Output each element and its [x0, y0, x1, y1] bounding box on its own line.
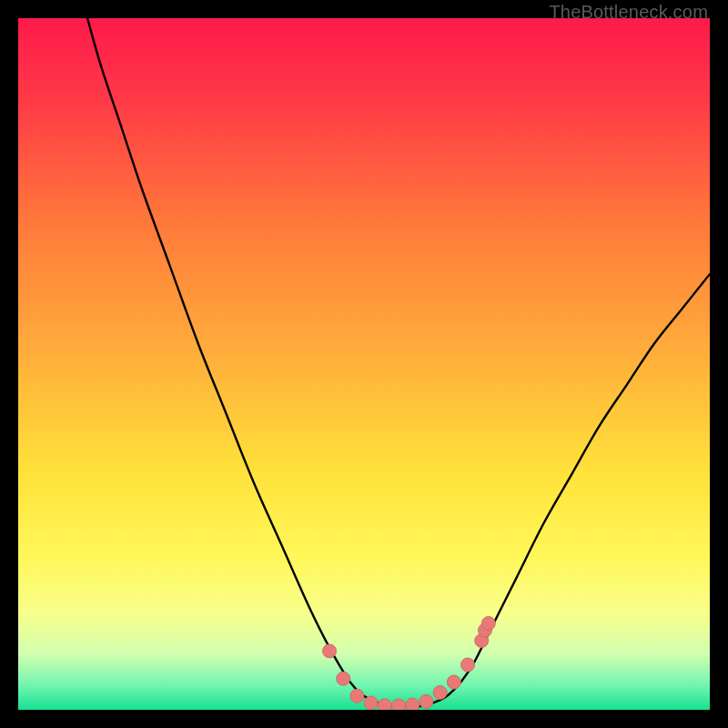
- marker-point: [420, 694, 433, 708]
- curve-layer: [18, 18, 710, 710]
- marker-point: [350, 689, 364, 703]
- highlight-points: [323, 617, 496, 711]
- marker-point: [406, 698, 420, 710]
- marker-point: [461, 658, 475, 672]
- chart-frame: TheBottleneck.com: [0, 0, 728, 728]
- marker-point: [392, 699, 406, 710]
- marker-point: [364, 696, 378, 710]
- marker-point: [447, 675, 460, 689]
- marker-point: [433, 686, 447, 700]
- marker-point: [481, 617, 495, 631]
- watermark-text: TheBottleneck.com: [549, 2, 708, 23]
- bottleneck-curve: [87, 18, 710, 706]
- marker-point: [378, 699, 391, 710]
- marker-point: [323, 644, 337, 658]
- marker-point: [337, 672, 350, 685]
- plot-area: [18, 18, 710, 710]
